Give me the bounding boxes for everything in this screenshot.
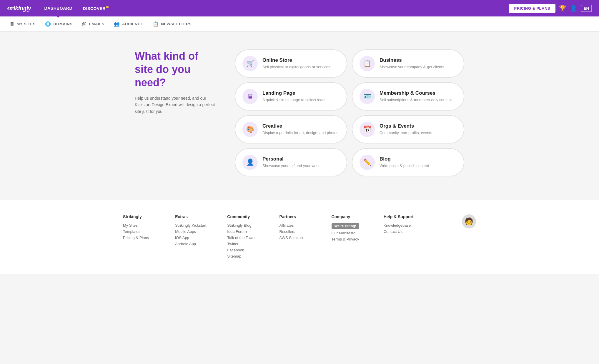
footer-link-4-1[interactable]: Terms & Privacy xyxy=(332,237,372,241)
card-desc-creative: Display a portfolio for art, design, and… xyxy=(262,130,340,136)
footer-link-2-4[interactable]: Facebook xyxy=(227,248,267,252)
audience-icon: 👥 xyxy=(114,21,120,27)
user-icon[interactable]: 👤 xyxy=(570,5,577,12)
footer-link-1-2[interactable]: iOS App xyxy=(175,236,215,240)
card-title-business: Business xyxy=(380,57,457,63)
support-avatar: 🧑 xyxy=(462,214,476,228)
card-icon-personal: 👤 xyxy=(242,155,258,170)
pricing-plans-button[interactable]: PRICING & PLANS xyxy=(509,4,555,13)
nav-right: PRICING & PLANS 🏆 👤 EN xyxy=(509,4,592,13)
nav-discover[interactable]: DISCOVER xyxy=(79,4,113,13)
footer-link-2-0[interactable]: Strikingly Blog xyxy=(227,223,267,228)
email-icon: @ xyxy=(82,21,86,27)
footer-link-3-1[interactable]: Resellers xyxy=(279,229,320,234)
card-title-blog: Blog xyxy=(380,156,457,162)
card-title-membership: Membership & Courses xyxy=(380,90,457,96)
footer: StrikinglyMy SitesTemplatesPricing & Pla… xyxy=(0,200,599,274)
card-title-landing-page: Landing Page xyxy=(262,90,340,96)
left-panel: What kind of site do you need? Help us u… xyxy=(135,49,217,115)
footer-link-1-0[interactable]: Strikingly Kickstart xyxy=(175,223,215,228)
footer-link-1-1[interactable]: Mobile Apps xyxy=(175,229,215,234)
footer-heading-3: Partners xyxy=(279,214,320,219)
discover-dot xyxy=(106,6,109,8)
trophy-icon: 🏆 xyxy=(559,5,566,12)
footer-col-3: PartnersAffiliatesResellersAWS Solution xyxy=(279,214,320,260)
card-desc-orgs-events: Community, non-profits, events xyxy=(380,130,457,136)
card-icon-orgs-events: 📅 xyxy=(360,122,375,137)
card-title-personal: Personal xyxy=(262,156,340,162)
page-subtitle: Help us understand your need, and our Ki… xyxy=(135,95,217,115)
logo[interactable]: strikingly xyxy=(7,4,31,12)
footer-heading-0: Strikingly xyxy=(123,214,163,219)
site-card-landing-page[interactable]: 🖥 Landing Page A quick & simple page to … xyxy=(235,82,347,111)
card-text-business: Business Showcase your company & get cli… xyxy=(380,57,457,70)
card-title-online-store: Online Store xyxy=(262,57,340,63)
site-type-grid: 🛒 Online Store Sell physical or digital … xyxy=(235,49,464,176)
card-text-landing-page: Landing Page A quick & simple page to co… xyxy=(262,90,340,103)
card-icon-blog: ✏️ xyxy=(360,155,375,170)
sites-icon: 🖥 xyxy=(9,21,14,27)
nav-newsletters[interactable]: 📋 NEWSLETTERS xyxy=(153,20,192,28)
nav-dashboard[interactable]: DASHBOARD xyxy=(40,4,77,13)
footer-link-3-2[interactable]: AWS Solution xyxy=(279,236,320,240)
footer-heading-2: Community xyxy=(227,214,267,219)
footer-link-5-0[interactable]: Knowledgebase xyxy=(384,223,424,228)
footer-col-1: ExtrasStrikingly KickstartMobile AppsiOS… xyxy=(175,214,215,260)
footer-link-1-3[interactable]: Android App xyxy=(175,242,215,246)
language-button[interactable]: EN xyxy=(581,5,592,12)
nav-links: DASHBOARD DISCOVER xyxy=(40,4,509,13)
newsletters-icon: 📋 xyxy=(153,21,159,27)
footer-heading-5: Help & Support xyxy=(384,214,424,219)
footer-link-0-0[interactable]: My Sites xyxy=(123,223,163,228)
card-icon-landing-page: 🖥 xyxy=(242,89,258,104)
footer-col-0: StrikinglyMy SitesTemplatesPricing & Pla… xyxy=(123,214,163,260)
nav-my-sites[interactable]: 🖥 MY SITES xyxy=(9,20,36,28)
footer-link-4-0[interactable]: Our Manifesto xyxy=(332,231,372,235)
footer-heading-4: Company xyxy=(332,214,372,219)
footer-col-5: Help & SupportKnowledgebaseContact Us xyxy=(384,214,424,260)
nav-domains[interactable]: 🌐 DOMAINS xyxy=(45,20,72,28)
footer-link-2-1[interactable]: Idea Forum xyxy=(227,229,267,234)
card-icon-online-store: 🛒 xyxy=(242,56,258,71)
footer-link-5-1[interactable]: Contact Us xyxy=(384,229,424,234)
nav-emails[interactable]: @ EMAILS xyxy=(82,20,104,28)
card-desc-online-store: Sell physical or digital goods or servic… xyxy=(262,64,340,70)
footer-link-0-1[interactable]: Templates xyxy=(123,229,163,234)
top-navigation: strikingly DASHBOARD DISCOVER PRICING & … xyxy=(0,0,599,16)
footer-link-3-0[interactable]: Affiliates xyxy=(279,223,320,228)
site-card-blog[interactable]: ✏️ Blog Write posts & publish content xyxy=(352,148,464,176)
card-icon-membership: 🪪 xyxy=(360,89,375,104)
footer-heading-1: Extras xyxy=(175,214,215,219)
card-text-online-store: Online Store Sell physical or digital go… xyxy=(262,57,340,70)
card-desc-membership: Sell subscriptions & members-only conten… xyxy=(380,97,457,103)
card-desc-personal: Showcase yourself and your work xyxy=(262,163,340,168)
card-desc-landing-page: A quick & simple page to collect leads xyxy=(262,97,340,103)
card-text-membership: Membership & Courses Sell subscriptions … xyxy=(380,90,457,103)
footer-col-2: CommunityStrikingly BlogIdea ForumTalk o… xyxy=(227,214,267,260)
footer-link-2-3[interactable]: Twitter xyxy=(227,242,267,246)
footer-link-2-5[interactable]: Sitemap xyxy=(227,254,267,258)
card-title-creative: Creative xyxy=(262,123,340,129)
site-card-orgs-events[interactable]: 📅 Orgs & Events Community, non-profits, … xyxy=(352,115,464,143)
footer-inner: StrikinglyMy SitesTemplatesPricing & Pla… xyxy=(123,214,476,260)
page-title: What kind of site do you need? xyxy=(135,49,217,89)
card-title-orgs-events: Orgs & Events xyxy=(380,123,457,129)
card-text-blog: Blog Write posts & publish content xyxy=(380,156,457,168)
footer-col-avatar: 🧑 xyxy=(436,214,476,260)
site-card-business[interactable]: 📋 Business Showcase your company & get c… xyxy=(352,49,464,78)
footer-col-4: CompanyWe're Hiring!Our ManifestoTerms &… xyxy=(332,214,372,260)
hiring-badge: We're Hiring! xyxy=(332,223,359,229)
nav-audience[interactable]: 👥 AUDIENCE xyxy=(114,20,143,28)
card-desc-business: Showcase your company & get clients xyxy=(380,64,457,70)
footer-link-2-2[interactable]: Talk of the Town xyxy=(227,236,267,240)
card-icon-business: 📋 xyxy=(360,56,375,71)
site-card-personal[interactable]: 👤 Personal Showcase yourself and your wo… xyxy=(235,148,347,176)
site-card-membership[interactable]: 🪪 Membership & Courses Sell subscription… xyxy=(352,82,464,111)
domains-icon: 🌐 xyxy=(45,21,51,27)
site-card-creative[interactable]: 🎨 Creative Display a portfolio for art, … xyxy=(235,115,347,143)
card-text-orgs-events: Orgs & Events Community, non-profits, ev… xyxy=(380,123,457,136)
card-desc-blog: Write posts & publish content xyxy=(380,163,457,168)
secondary-navigation: 🖥 MY SITES 🌐 DOMAINS @ EMAILS 👥 AUDIENCE… xyxy=(0,16,599,32)
site-card-online-store[interactable]: 🛒 Online Store Sell physical or digital … xyxy=(235,49,347,78)
footer-link-0-2[interactable]: Pricing & Plans xyxy=(123,236,163,240)
